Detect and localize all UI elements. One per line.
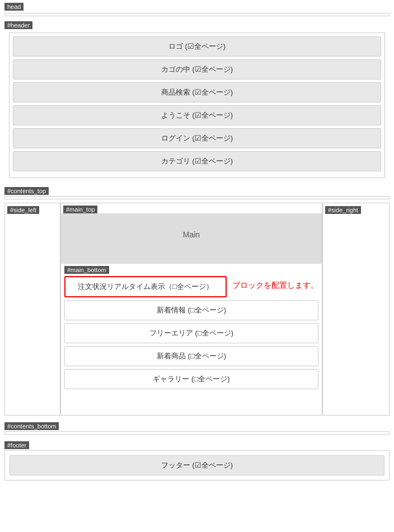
contents-bottom-bar bbox=[4, 431, 390, 435]
footer-label: #footer bbox=[4, 441, 29, 449]
gallery-item: ギャラリー (□全ページ) bbox=[64, 369, 318, 389]
header-items: ロゴ (☑全ページ) カゴの中 (☑全ページ) 商品検索 (☑全ページ) ようこ… bbox=[13, 36, 381, 171]
logo-item: ロゴ (☑全ページ) bbox=[13, 36, 381, 57]
side-right: #side_right bbox=[322, 203, 390, 416]
annotation-text: ブロックを配置します。 bbox=[227, 276, 318, 291]
main-bottom-area: 注文状況リアルタイム表示（□全ページ） ブロックを配置します。 新着情報 (□全… bbox=[61, 276, 322, 396]
footer-section: フッター (☑全ページ) bbox=[4, 450, 390, 480]
main-top-label: #main_top bbox=[63, 206, 97, 213]
search-item: 商品検索 (☑全ページ) bbox=[13, 82, 381, 102]
side-left: #side_left bbox=[4, 203, 60, 416]
header-section: ロゴ (☑全ページ) カゴの中 (☑全ページ) 商品検索 (☑全ページ) ようこ… bbox=[9, 32, 385, 178]
order-status-item: 注文状況リアルタイム表示（□全ページ） bbox=[64, 276, 227, 297]
contents-top-label: #contents_top bbox=[4, 187, 49, 195]
side-left-label: #side_left bbox=[7, 206, 39, 214]
main-bottom-label: #main_bottom bbox=[64, 266, 109, 274]
login-item: ログイン (☑全ページ) bbox=[13, 128, 381, 148]
welcome-item: ようこそ (☑全ページ) bbox=[13, 105, 381, 125]
new-info-item: 新着情報 (□全ページ) bbox=[64, 300, 318, 320]
main-text: Main bbox=[183, 230, 200, 239]
category-item: カテゴリ (☑全ページ) bbox=[13, 151, 381, 171]
head-section: head bbox=[0, 0, 394, 18]
side-right-label: #side_right bbox=[325, 206, 361, 214]
header-label: #header bbox=[4, 21, 32, 29]
contents-bottom-label: #contents_bottom bbox=[4, 422, 59, 430]
main-area: Main bbox=[61, 213, 322, 264]
three-column-layout: #side_left #main_top Main #main_bottom 注… bbox=[4, 203, 390, 416]
free-area-item: フリーエリア (□全ページ) bbox=[64, 323, 318, 343]
footer-item: フッター (☑全ページ) bbox=[10, 455, 384, 475]
head-label: head bbox=[4, 3, 24, 11]
main-column: #main_top Main #main_bottom 注文状況リアルタイム表示… bbox=[60, 203, 322, 416]
contents-top-bar bbox=[4, 196, 390, 199]
head-bar bbox=[4, 13, 390, 16]
cart-item: カゴの中 (☑全ページ) bbox=[13, 59, 381, 80]
new-product-item: 新着商品 (□全ページ) bbox=[64, 346, 318, 366]
highlighted-row: 注文状況リアルタイム表示（□全ページ） ブロックを配置します。 bbox=[64, 276, 318, 300]
